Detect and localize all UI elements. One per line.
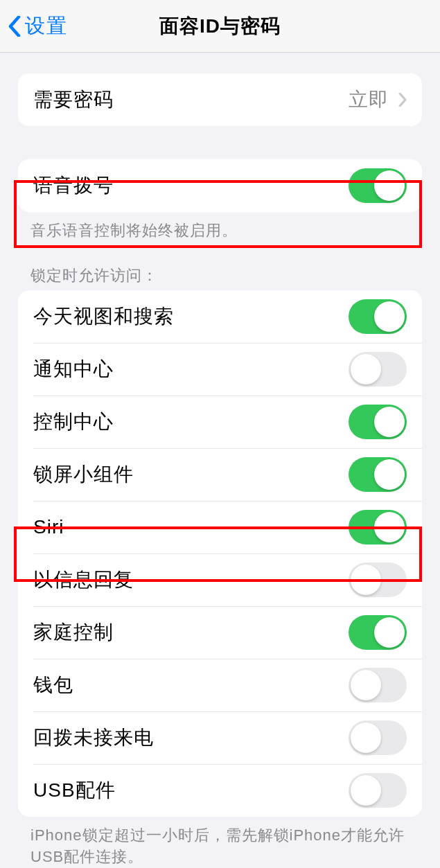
- voice-dial-footer: 音乐语音控制将始终被启用。: [0, 212, 440, 242]
- access-toggle[interactable]: [349, 668, 407, 702]
- require-passcode-group: 需要密码 立即: [18, 73, 422, 126]
- access-row: 回拨未接来电: [18, 711, 422, 764]
- access-toggle[interactable]: [349, 405, 407, 439]
- access-row-label: 控制中心: [33, 409, 114, 435]
- voice-dial-toggle[interactable]: [349, 168, 407, 203]
- access-row-label: 今天视图和搜索: [33, 303, 174, 330]
- access-toggle[interactable]: [349, 299, 407, 334]
- allow-access-header: 锁定时允许访问：: [0, 242, 440, 290]
- voice-dial-row: 语音拨号: [18, 159, 422, 212]
- access-row: Siri: [18, 501, 422, 553]
- access-toggle[interactable]: [349, 510, 407, 544]
- access-row-label: 锁屏小组件: [33, 461, 134, 488]
- access-row-label: USB配件: [33, 777, 116, 804]
- require-passcode-row[interactable]: 需要密码 立即: [18, 73, 422, 126]
- navigation-bar: 设置 面容ID与密码: [0, 0, 440, 53]
- chevron-left-icon: [8, 16, 21, 37]
- require-passcode-label: 需要密码: [33, 87, 114, 113]
- access-toggle[interactable]: [349, 773, 407, 808]
- back-label: 设置: [25, 12, 68, 40]
- access-row-label: 钱包: [33, 672, 73, 698]
- access-row-label: Siri: [33, 516, 64, 538]
- access-row: 以信息回复: [18, 553, 422, 606]
- access-toggle[interactable]: [349, 352, 407, 387]
- access-row: 家庭控制: [18, 606, 422, 659]
- access-row-label: 以信息回复: [33, 567, 134, 593]
- access-toggle[interactable]: [349, 720, 407, 755]
- chevron-right-icon: [398, 93, 407, 107]
- access-row: 控制中心: [18, 396, 422, 448]
- access-toggle[interactable]: [349, 563, 407, 597]
- access-row: 今天视图和搜索: [18, 290, 422, 343]
- require-passcode-value: 立即: [349, 87, 407, 113]
- access-row-label: 回拨未接来电: [33, 725, 154, 751]
- access-row: USB配件: [18, 764, 422, 817]
- access-row-label: 家庭控制: [33, 619, 114, 646]
- access-row: 通知中心: [18, 343, 422, 396]
- access-row-label: 通知中心: [33, 356, 114, 382]
- allow-access-group: 今天视图和搜索通知中心控制中心锁屏小组件Siri以信息回复家庭控制钱包回拨未接来…: [18, 290, 422, 817]
- usb-footer: iPhone锁定超过一小时后，需先解锁iPhone才能允许USB配件连接。: [0, 817, 440, 868]
- back-button[interactable]: 设置: [8, 12, 68, 40]
- access-toggle[interactable]: [349, 615, 407, 650]
- access-row: 锁屏小组件: [18, 448, 422, 501]
- voice-dial-label: 语音拨号: [33, 172, 114, 199]
- access-row: 钱包: [18, 659, 422, 711]
- page-title: 面容ID与密码: [159, 13, 281, 39]
- access-toggle[interactable]: [349, 457, 407, 492]
